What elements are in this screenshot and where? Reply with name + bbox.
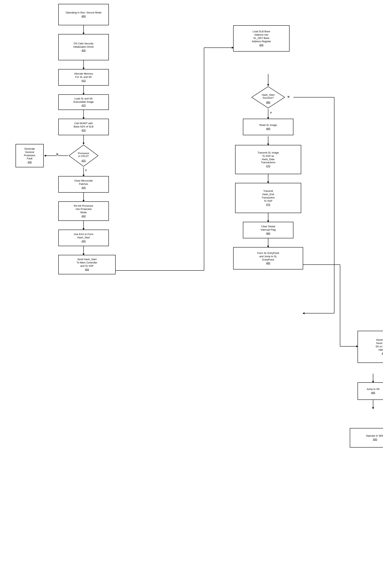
label-425-n: N (56, 153, 58, 156)
label-460-n: N (287, 95, 289, 98)
node-415: Load SL and SKExecutable Image 415 (58, 94, 109, 110)
node-445: Use EAX to FormHash_Start 445 (58, 230, 109, 246)
node-455: Load SLB BaseAddress intoSL_DEV BaseAddr… (233, 25, 289, 52)
arrows-svg (0, 0, 383, 588)
node-465: Read SL Image 465 (243, 119, 293, 135)
node-410: Allocate MemoryFor SL and SK 410 (58, 69, 109, 86)
node-460: Hash_Start Success? 460 (251, 86, 286, 109)
node-405: OS Calls SecurityInitialization Driver 4… (58, 34, 109, 60)
svg-text:425: 425 (81, 159, 86, 162)
node-405-label: OS Calls SecurityInitialization Driver (73, 42, 94, 49)
node-435: Clear MicrocodePatches 435 (58, 176, 109, 193)
svg-marker-11 (44, 155, 46, 157)
node-475: TransmitHash_EndTransactionTo SSP 475 (235, 183, 301, 213)
svg-text:in CPL0?: in CPL0? (78, 155, 89, 158)
svg-marker-47 (372, 407, 374, 409)
label-460-y: Y (270, 111, 272, 114)
node-420: Call SKINIT withBase ADX of SLB 420 (58, 119, 109, 135)
flowchart: Operating In Non- Secure Mode 400 OS Cal… (0, 0, 383, 588)
node-425: Processor in CPL0? 425 (68, 144, 99, 167)
node-480: Clear GlobalInterrupt Flag 480 (243, 222, 293, 238)
node-490: Generate andSend Hash ofSK to SSP ForVal… (358, 331, 383, 363)
node-470: Transmit SL ImageTo SSP asHash_DataTrans… (235, 145, 301, 174)
svg-marker-29 (303, 312, 305, 314)
svg-text:Hash_Start: Hash_Start (262, 93, 274, 96)
node-430: GenerateGeneralProtectionFault 430 (16, 144, 44, 167)
label-425-y: Y (85, 169, 87, 172)
node-500: Operate In SEM 500 (350, 428, 383, 447)
node-400: Operating In Non- Secure Mode 400 (58, 4, 109, 25)
node-495: Jump to SK 495 (358, 382, 383, 400)
svg-text:Processor: Processor (78, 152, 89, 155)
node-450: Send Hash_StartTo Mem Controllerand To S… (58, 255, 116, 274)
node-485: Form SL EntryPointand Jump to SLEntryPoi… (233, 247, 303, 270)
node-440: Re-Init ProcessorInto ProtectedMode 440 (58, 201, 109, 221)
svg-text:Success?: Success? (263, 96, 274, 99)
svg-text:460: 460 (266, 101, 270, 104)
